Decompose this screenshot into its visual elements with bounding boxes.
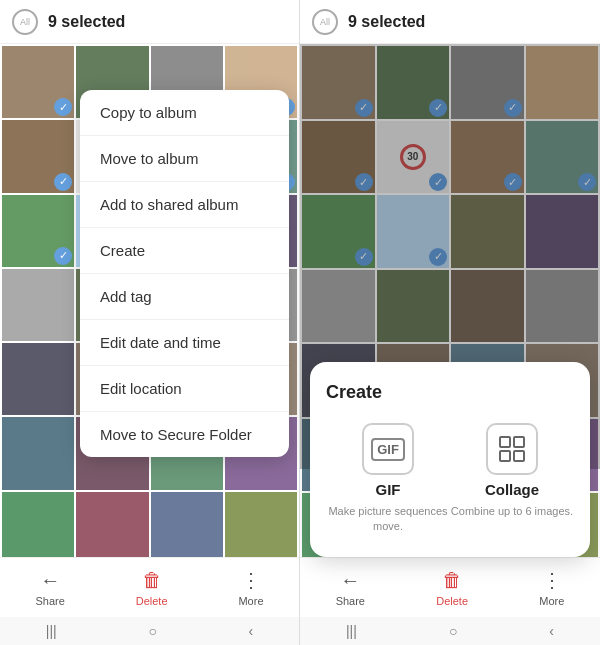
nav-back-icon-right[interactable]: ‹ — [549, 623, 554, 639]
grid-item[interactable] — [76, 492, 148, 558]
grid-item[interactable] — [225, 492, 297, 558]
selected-count-right: 9 selected — [348, 13, 425, 31]
svg-rect-0 — [500, 437, 510, 447]
menu-item-3[interactable]: Create — [80, 228, 289, 274]
grid-item[interactable] — [151, 492, 223, 558]
menu-item-1[interactable]: Move to album — [80, 136, 289, 182]
collage-label: Collage — [485, 481, 539, 498]
gif-option[interactable]: GIF GIF Make picture sequences move. — [326, 423, 450, 533]
grid-item[interactable] — [2, 417, 74, 489]
svg-rect-2 — [500, 451, 510, 461]
selected-count-left: 9 selected — [48, 13, 125, 31]
left-panel: All 9 selected 30 Copy to albumMove to a… — [0, 0, 300, 645]
collage-icon — [486, 423, 538, 475]
delete-icon-right: 🗑 — [442, 569, 462, 592]
more-action-left[interactable]: ⋮ More — [238, 568, 263, 607]
nav-home-icon-left[interactable]: ○ — [148, 623, 156, 639]
all-label-left: All — [20, 17, 30, 27]
share-action-right[interactable]: ← Share — [336, 569, 365, 607]
bottom-bar-right: ← Share 🗑 Delete ⋮ More — [300, 557, 600, 617]
grid-item[interactable] — [2, 269, 74, 341]
menu-item-0[interactable]: Copy to album — [80, 90, 289, 136]
collage-desc: Combine up to 6 images. — [451, 504, 573, 518]
menu-item-5[interactable]: Edit date and time — [80, 320, 289, 366]
bottom-bar-left: ← Share 🗑 Delete ⋮ More — [0, 557, 299, 617]
grid-item[interactable] — [2, 46, 74, 118]
create-options: GIF GIF Make picture sequences move. Col… — [326, 423, 574, 533]
grid-item[interactable] — [2, 492, 74, 558]
nav-home-icon-right[interactable]: ○ — [449, 623, 457, 639]
gif-label: GIF — [376, 481, 401, 498]
nav-menu-icon-left[interactable]: ||| — [46, 623, 57, 639]
svg-rect-3 — [514, 451, 524, 461]
share-icon-left: ← — [40, 569, 60, 592]
svg-rect-1 — [514, 437, 524, 447]
all-label-right: All — [320, 17, 330, 27]
gif-desc: Make picture sequences move. — [326, 504, 450, 533]
select-all-circle-left[interactable]: All — [12, 9, 38, 35]
menu-item-2[interactable]: Add to shared album — [80, 182, 289, 228]
nav-bar-left: ||| ○ ‹ — [0, 617, 299, 645]
menu-item-4[interactable]: Add tag — [80, 274, 289, 320]
right-panel: All 9 selected 30GIFGIF Create GIF GIF M… — [300, 0, 600, 645]
nav-menu-icon-right[interactable]: ||| — [346, 623, 357, 639]
right-header: All 9 selected — [300, 0, 600, 44]
share-action-left[interactable]: ← Share — [35, 569, 64, 607]
menu-item-6[interactable]: Edit location — [80, 366, 289, 412]
nav-bar-right: ||| ○ ‹ — [300, 617, 600, 645]
grid-item[interactable] — [2, 195, 74, 267]
delete-label-right: Delete — [436, 595, 468, 607]
share-label-left: Share — [35, 595, 64, 607]
delete-label-left: Delete — [136, 595, 168, 607]
gif-icon: GIF — [362, 423, 414, 475]
nav-back-icon-left[interactable]: ‹ — [248, 623, 253, 639]
share-icon-right: ← — [340, 569, 360, 592]
delete-icon-left: 🗑 — [142, 569, 162, 592]
grid-item[interactable] — [2, 120, 74, 192]
more-icon-left: ⋮ — [241, 568, 261, 592]
share-label-right: Share — [336, 595, 365, 607]
more-label-right: More — [539, 595, 564, 607]
delete-action-right[interactable]: 🗑 Delete — [436, 569, 468, 607]
more-action-right[interactable]: ⋮ More — [539, 568, 564, 607]
create-modal: Create GIF GIF Make picture sequences mo… — [310, 362, 590, 557]
collage-option[interactable]: Collage Combine up to 6 images. — [450, 423, 574, 533]
delete-action-left[interactable]: 🗑 Delete — [136, 569, 168, 607]
menu-item-7[interactable]: Move to Secure Folder — [80, 412, 289, 457]
more-label-left: More — [238, 595, 263, 607]
context-menu: Copy to albumMove to albumAdd to shared … — [80, 90, 289, 457]
grid-item[interactable] — [2, 343, 74, 415]
left-header: All 9 selected — [0, 0, 299, 44]
create-modal-title: Create — [326, 382, 574, 403]
more-icon-right: ⋮ — [542, 568, 562, 592]
select-all-circle-right[interactable]: All — [312, 9, 338, 35]
